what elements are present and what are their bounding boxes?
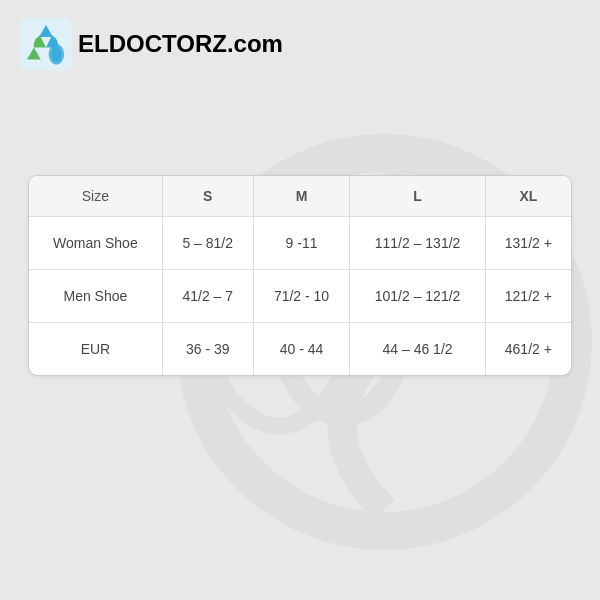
row-0-l: 111/2 – 131/2: [350, 217, 485, 270]
col-header-m: M: [253, 176, 350, 217]
logo-text: ELDOCTORZ.com: [78, 30, 283, 58]
logo-z: Z: [212, 30, 227, 57]
table-header-row: Size S M L XL: [29, 176, 571, 217]
row-1-l: 101/2 – 121/2: [350, 270, 485, 323]
row-2-s: 36 - 39: [162, 323, 253, 376]
row-1-label: Men Shoe: [29, 270, 162, 323]
row-0-s: 5 – 81/2: [162, 217, 253, 270]
table-row: Men Shoe 41/2 – 7 71/2 - 10 101/2 – 121/…: [29, 270, 571, 323]
col-header-xl: XL: [485, 176, 571, 217]
col-header-l: L: [350, 176, 485, 217]
row-1-m: 71/2 - 10: [253, 270, 350, 323]
logo-com: .com: [227, 30, 283, 57]
col-header-size: Size: [29, 176, 162, 217]
row-0-label: Woman Shoe: [29, 217, 162, 270]
row-1-s: 41/2 – 7: [162, 270, 253, 323]
table-row: Woman Shoe 5 – 81/2 9 -11 111/2 – 131/2 …: [29, 217, 571, 270]
row-0-xl: 131/2 +: [485, 217, 571, 270]
row-1-xl: 121/2 +: [485, 270, 571, 323]
row-2-m: 40 - 44: [253, 323, 350, 376]
logo-doctor: DOCTOR: [109, 30, 213, 57]
row-2-xl: 461/2 +: [485, 323, 571, 376]
table-row: EUR 36 - 39 40 - 44 44 – 46 1/2 461/2 +: [29, 323, 571, 376]
row-0-m: 9 -11: [253, 217, 350, 270]
row-2-label: EUR: [29, 323, 162, 376]
row-2-l: 44 – 46 1/2: [350, 323, 485, 376]
logo-icon: [20, 18, 72, 70]
header: ELDOCTORZ.com: [20, 18, 283, 70]
size-chart-table: Size S M L XL Woman Shoe 5 – 81/2 9 -11 …: [28, 175, 572, 376]
logo-el: EL: [78, 30, 109, 57]
col-header-s: S: [162, 176, 253, 217]
